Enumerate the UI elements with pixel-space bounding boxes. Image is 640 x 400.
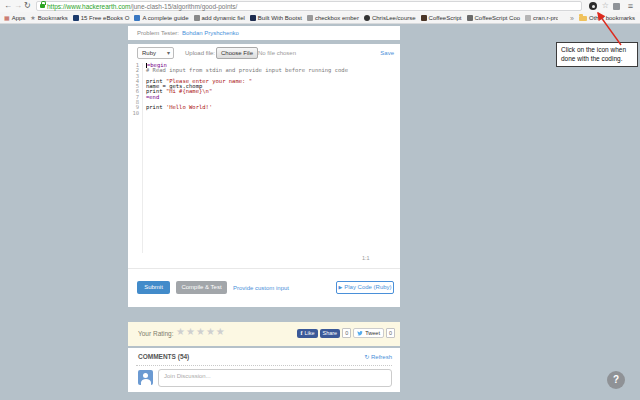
social-buttons: fLike Share 0 Tweet 0	[297, 328, 395, 338]
bookmark-item[interactable]: ▦Apps	[4, 15, 25, 21]
upload-file-label: Upload file:	[185, 50, 215, 56]
play-code-label: Play Code (Ruby)	[344, 284, 391, 290]
bookmark-item[interactable]: CoffeeScript Coo	[467, 15, 521, 21]
tester-link[interactable]: Bohdan Pryshchenko	[182, 30, 239, 36]
bookmark-item[interactable]: Built With Bootst	[250, 15, 302, 21]
bookmarks-overflow-chevron[interactable]: »	[570, 15, 574, 22]
facebook-share-button[interactable]: Share	[320, 329, 341, 338]
code-lines: =begin# Read input from stdin and provid…	[146, 63, 398, 116]
tweet-label: Tweet	[365, 330, 380, 336]
language-select-value: Ruby	[142, 50, 156, 56]
bookmark-label: checkbox ember	[315, 15, 359, 21]
bookmarks-bar-right: » Other bookmarks	[570, 12, 635, 24]
star-icon: ★	[30, 15, 35, 21]
extension-icon[interactable]	[589, 2, 597, 10]
code-panel: Ruby ▾ Upload file: Choose File No file …	[128, 44, 400, 307]
code-token: # Read input from stdin and provide inpu…	[146, 67, 348, 73]
avatar	[138, 370, 153, 385]
bookmark-item[interactable]: checkbox ember	[307, 15, 359, 21]
facebook-like-button[interactable]: fLike	[297, 329, 317, 338]
bookmark-label: ChrisLee/course	[372, 15, 416, 21]
favicon	[134, 15, 140, 21]
bookmark-item[interactable]: ChrisLee/course	[364, 15, 416, 21]
favicon	[467, 15, 473, 21]
line-number: 10	[128, 111, 142, 116]
back-icon[interactable]: ←	[4, 0, 12, 12]
rating-stars[interactable]: ★★★★★	[176, 326, 226, 337]
twitter-bird-icon	[357, 331, 363, 336]
bookmark-label: 15 Free eBooks O	[81, 15, 130, 21]
screen: ← → ↻ https://www.hackerearth.com /june-…	[0, 0, 640, 400]
other-bookmarks[interactable]: Other bookmarks	[579, 15, 635, 21]
browser-toolbar: ← → ↻ https://www.hackerearth.com /june-…	[0, 0, 640, 12]
apps-grid-icon: ▦	[4, 15, 10, 21]
code-token: "Hi #{name}\n"	[166, 88, 212, 94]
tweet-button[interactable]: Tweet	[353, 328, 384, 338]
github-icon	[364, 15, 370, 21]
code-line	[146, 111, 398, 116]
provide-custom-input-link[interactable]: Provide custom input	[233, 285, 289, 291]
menu-icon[interactable]: ≡	[628, 0, 633, 12]
reload-icon[interactable]: ↻	[24, 0, 31, 12]
avatar-person-body	[141, 379, 151, 385]
no-file-chosen-label: No file chosen	[258, 50, 296, 56]
extension-2-icon[interactable]	[613, 3, 620, 10]
rating-section: Your Rating: ★★★★★ fLike Share 0 Tweet 0	[128, 322, 400, 346]
bookmark-item[interactable]: CoffeeScript	[421, 15, 462, 21]
other-bookmarks-label: Other bookmarks	[589, 15, 635, 21]
bookmark-item[interactable]: A complete guide	[134, 15, 188, 21]
favicon	[525, 15, 531, 21]
bookmark-item[interactable]: add dynamic fiel	[194, 15, 245, 21]
comments-section: COMMENTS (54) ↻ Refresh	[128, 348, 400, 392]
divider	[128, 268, 400, 269]
forward-icon[interactable]: →	[14, 0, 22, 12]
bookmark-label: A complete guide	[142, 15, 188, 21]
bookmark-label: cran.r-project.or	[533, 15, 558, 21]
join-discussion-input[interactable]	[158, 369, 392, 387]
code-editor[interactable]: 12345678910 =begin# Read input from stdi…	[128, 62, 400, 254]
bookmarks-bar-items: ▦Apps★Bookmarks15 Free eBooks OA complet…	[4, 12, 558, 24]
share-label: Share	[323, 330, 338, 336]
bookmark-label: add dynamic fiel	[202, 15, 245, 21]
like-count: 0	[342, 328, 351, 338]
code-token: 'Hello World!'	[166, 104, 212, 110]
bookmarks-bar: ▦Apps★Bookmarks15 Free eBooks OA complet…	[0, 12, 640, 24]
url-host: https://www.hackerearth.com	[47, 3, 130, 10]
favicon	[307, 15, 313, 21]
bookmark-label: Built With Bootst	[258, 15, 302, 21]
bookmark-label: CoffeeScript	[429, 15, 462, 21]
bookmark-label: CoffeeScript Coo	[475, 15, 521, 21]
facebook-icon: f	[300, 330, 302, 336]
play-code-button[interactable]: ▶Play Code (Ruby)	[336, 281, 394, 294]
problem-tester-label: Problem Tester:	[137, 30, 179, 36]
bookmark-label: Bookmarks	[38, 15, 68, 21]
bookmark-star-icon[interactable]: ☆	[602, 0, 609, 12]
save-link[interactable]: Save	[380, 50, 394, 56]
divider	[136, 365, 392, 366]
refresh-link[interactable]: ↻ Refresh	[364, 353, 392, 360]
help-button[interactable]: ?	[607, 371, 625, 389]
problem-header: Problem Tester: Bohdan Pryshchenko	[128, 26, 400, 40]
folder-icon	[579, 16, 587, 21]
compile-test-button[interactable]: Compile & Test	[176, 281, 227, 294]
your-rating-label: Your Rating:	[138, 330, 174, 337]
bookmark-label: Apps	[12, 15, 26, 21]
favicon	[73, 15, 79, 21]
extension-icon-dot	[592, 5, 595, 8]
tweet-count: 0	[386, 328, 395, 338]
address-bar[interactable]: https://www.hackerearth.com /june-clash-…	[36, 1, 582, 11]
play-icon: ▶	[338, 284, 342, 290]
favicon	[250, 15, 256, 21]
padlock-icon	[40, 4, 45, 8]
bookmark-item[interactable]: cran.r-project.or	[525, 15, 558, 21]
language-select[interactable]: Ruby ▾	[137, 47, 174, 59]
choose-file-button[interactable]: Choose File	[216, 47, 258, 59]
like-label: Like	[304, 330, 314, 336]
cursor-position: 1:1	[362, 255, 370, 261]
submit-button[interactable]: Submit	[137, 281, 170, 294]
bookmark-item[interactable]: ★Bookmarks	[30, 15, 67, 21]
favicon	[421, 15, 427, 21]
favicon	[194, 15, 200, 21]
annotation-callout: Click on the icon when done with the cod…	[556, 42, 638, 67]
bookmark-item[interactable]: 15 Free eBooks O	[73, 15, 130, 21]
